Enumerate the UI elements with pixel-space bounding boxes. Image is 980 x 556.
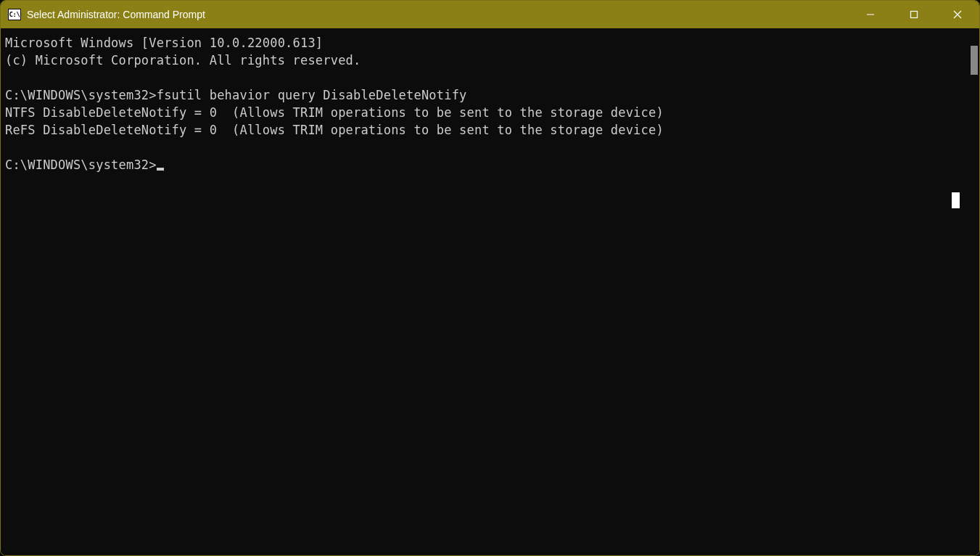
terminal-line: ReFS DisableDeleteNotify = 0 (Allows TRI… [5,123,664,137]
app-icon: C:\ [8,9,21,20]
minimize-button[interactable] [849,1,892,28]
scrollbar[interactable] [966,28,979,555]
titlebar-left: C:\ Select Administrator: Command Prompt [1,9,205,20]
terminal-line: NTFS DisableDeleteNotify = 0 (Allows TRI… [5,105,664,120]
terminal-line: C:\WINDOWS\system32>fsutil behavior quer… [5,88,467,102]
titlebar[interactable]: C:\ Select Administrator: Command Prompt [1,1,979,28]
scrollbar-track[interactable] [971,46,978,538]
close-icon [953,10,962,19]
scrollbar-thumb[interactable] [971,46,978,75]
terminal-line: (c) Microsoft Corporation. All rights re… [5,53,361,68]
maximize-button[interactable] [892,1,936,28]
window-controls [849,1,979,28]
terminal-prompt: C:\WINDOWS\system32> [5,158,157,172]
command-prompt-window: C:\ Select Administrator: Command Prompt… [0,0,980,556]
selection-highlight [952,192,960,208]
minimize-icon [866,10,875,19]
terminal-output[interactable]: Microsoft Windows [Version 10.0.22000.61… [1,28,966,555]
terminal-line: Microsoft Windows [Version 10.0.22000.61… [5,36,323,50]
svg-rect-1 [911,12,918,18]
maximize-icon [910,10,918,19]
window-title: Select Administrator: Command Prompt [27,9,205,20]
cursor [157,168,164,171]
content-area: Microsoft Windows [Version 10.0.22000.61… [1,28,979,555]
close-button[interactable] [936,1,979,28]
